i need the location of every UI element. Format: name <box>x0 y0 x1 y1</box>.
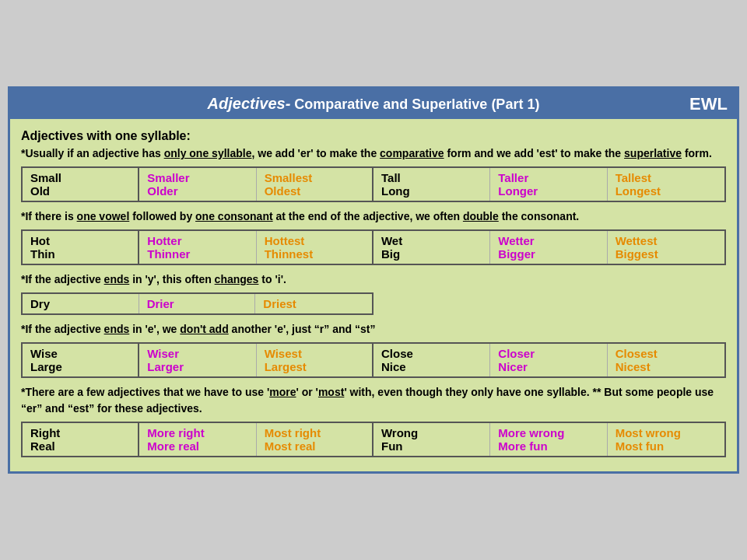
table1-cell-tall-long: Tall Long <box>374 168 490 201</box>
table2-cell-wettest-biggest: Wettest Biggest <box>608 231 724 264</box>
section3-text: *If the adjective ends in 'y', this ofte… <box>21 271 726 288</box>
section2-text: *If there is one vowel followed by one c… <box>21 208 726 225</box>
table5-cell-most-right-real: Most right Most real <box>257 423 374 456</box>
table-row: Right Real More right More real Most rig… <box>23 423 724 456</box>
table1-cell-tallest-longest: Tallest Longest <box>608 168 724 201</box>
table1-cell-small-old: Small Old <box>23 168 139 201</box>
table1-cell-smaller-older: Smaller Older <box>139 168 256 201</box>
table4-cell-wiser-larger: Wiser Larger <box>139 344 256 376</box>
content-area: Adjectives with one syllable: *Usually i… <box>10 119 737 471</box>
table5-cell-more-wrong-fun: More wrong More fun <box>490 423 607 456</box>
header: Adjectives- Comparative and Superlative … <box>10 89 737 119</box>
header-ewl: EWL <box>689 94 728 114</box>
table4-cell-closer-nicer: Closer Nicer <box>490 344 607 376</box>
table1-cell-taller-longer: Taller Longer <box>490 168 607 201</box>
main-container: Adjectives- Comparative and Superlative … <box>8 86 739 474</box>
table2-cell-wetter-bigger: Wetter Bigger <box>490 231 607 264</box>
table-row: Wise Large Wiser Larger Wisest Largest C… <box>23 344 724 376</box>
table4-cell-wise-large: Wise Large <box>23 344 139 376</box>
table5-cell-right-real: Right Real <box>23 423 139 456</box>
table2-cell-hottest-thinnest: Hottest Thinnest <box>257 231 374 264</box>
table2-cell-hotter-thinner: Hotter Thinner <box>139 231 256 264</box>
table5-cell-more-right-real: More right More real <box>139 423 256 456</box>
header-title-italic: Adjectives- <box>208 95 291 112</box>
table5-cell-wrong-fun: Wrong Fun <box>374 423 490 456</box>
section4-text: *If the adjective ends in 'e', we don't … <box>21 321 726 338</box>
table3-cell-driest: Driest <box>255 294 372 313</box>
table2: Hot Thin Hotter Thinner Hottest Thinnest… <box>21 229 726 265</box>
section1-line1: *Usually if an adjective has only one sy… <box>21 147 712 159</box>
table3-cell-drier: Drier <box>139 294 256 313</box>
table4-cell-close-nice: Close Nice <box>374 344 490 376</box>
table-row: Dry Drier Driest <box>23 294 372 313</box>
table3-cell-dry: Dry <box>23 294 139 313</box>
table5: Right Real More right More real Most rig… <box>21 422 726 457</box>
table5-cell-most-wrong-fun: Most wrong Most fun <box>608 423 724 456</box>
table4-cell-closest-nicest: Closest Nicest <box>608 344 724 376</box>
table1-cell-smallest-oldest: Smallest Oldest <box>257 168 374 201</box>
table2-cell-wet-big: Wet Big <box>374 231 490 264</box>
header-title-rest: Comparative and Superlative (Part 1) <box>290 96 539 112</box>
header-title: Adjectives- Comparative and Superlative … <box>208 95 540 112</box>
table4-cell-wisest-largest: Wisest Largest <box>257 344 374 376</box>
table1: Small Old Smaller Older Smallest Oldest … <box>21 166 726 202</box>
table2-cell-hot-thin: Hot Thin <box>23 231 139 264</box>
section1-heading: Adjectives with one syllable: <box>21 129 191 142</box>
section5-text: *There are a few adjectives that we have… <box>21 384 726 417</box>
table4: Wise Large Wiser Larger Wisest Largest C… <box>21 342 726 378</box>
table-row: Hot Thin Hotter Thinner Hottest Thinnest… <box>23 231 724 264</box>
table3: Dry Drier Driest <box>21 292 374 315</box>
table-row: Small Old Smaller Older Smallest Oldest … <box>23 168 724 201</box>
section1-text: Adjectives with one syllable: *Usually i… <box>21 127 726 162</box>
